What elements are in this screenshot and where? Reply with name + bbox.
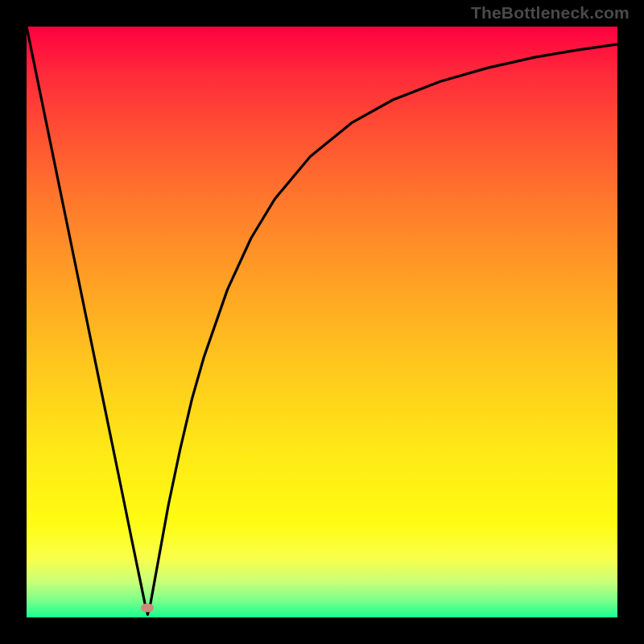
chart-curve (27, 27, 617, 617)
watermark-text: TheBottleneck.com (471, 3, 630, 23)
chart-marker (141, 603, 154, 612)
chart-plot-area (27, 27, 617, 617)
